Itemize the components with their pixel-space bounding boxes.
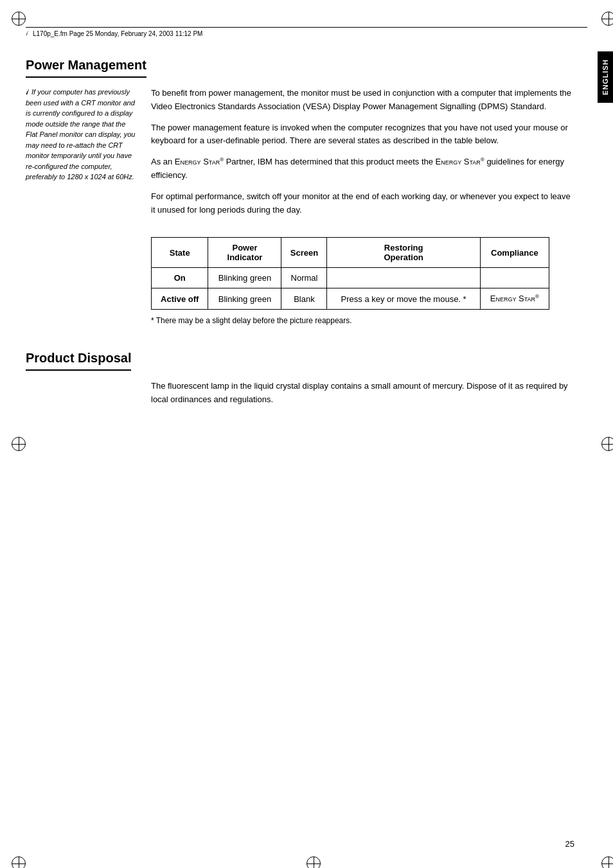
file-path-bar: 𝑖 L170p_E.fm Page 25 Monday, February 24… (26, 27, 587, 37)
table-row-active-off: Active off Blinking green Blank Press a … (152, 288, 549, 309)
section-product-disposal: Product Disposal The fluorescent lamp in… (26, 351, 574, 414)
table: State PowerIndicator Screen RestoringOpe… (151, 237, 549, 309)
section-power-management: Power Management 𝑖 If your computer has … (26, 58, 574, 325)
row-active-off-power-indicator: Blinking green (208, 288, 281, 309)
section-title-product-disposal: Product Disposal (26, 351, 131, 371)
col-header-screen: Screen (281, 238, 327, 268)
energy-star-ref1: Energy Star (175, 157, 220, 166)
sidebar-note: 𝑖 If your computer has previously been u… (26, 87, 138, 224)
italic-i-icon: 𝑖 (26, 30, 28, 37)
energy-star-ref2: Energy Star (436, 157, 481, 166)
section-title-power-management: Power Management (26, 58, 147, 78)
col-header-power-indicator: PowerIndicator (208, 238, 281, 268)
row-on-restoring (327, 268, 480, 288)
row-active-off-restoring: Press a key or move the mouse. * (327, 288, 480, 309)
note-icon: 𝑖 (26, 88, 28, 96)
page-number: 25 (565, 839, 574, 849)
row-on-state: On (152, 268, 208, 288)
paragraph-2: The power management feature is invoked … (151, 121, 574, 148)
row-active-off-compliance: Energy Star® (480, 288, 549, 309)
row-on-screen: Normal (281, 268, 327, 288)
row-active-off-state: Active off (152, 288, 208, 309)
table-row-on: On Blinking green Normal (152, 268, 549, 288)
col-header-restoring: RestoringOperation (327, 238, 480, 268)
paragraph-4: For optimal performance, switch off your… (151, 190, 574, 217)
sidebar-note-text: If your computer has previously been use… (26, 88, 135, 181)
col-header-compliance: Compliance (480, 238, 549, 268)
row-on-power-indicator: Blinking green (208, 268, 281, 288)
paragraph-3: As an Energy Star® Partner, IBM has dete… (151, 155, 574, 182)
product-disposal-text: The fluorescent lamp in the liquid cryst… (151, 380, 574, 407)
section2-text: The fluorescent lamp in the liquid cryst… (151, 380, 574, 414)
main-text-power-management: To benefit from power management, the mo… (151, 87, 574, 224)
row-on-compliance (480, 268, 549, 288)
language-tab: ENGLISH (598, 51, 613, 103)
col-header-state: State (152, 238, 208, 268)
paragraph-1: To benefit from power management, the mo… (151, 87, 574, 114)
file-path-text: L170p_E.fm Page 25 Monday, February 24, … (33, 30, 202, 37)
section2-spacer (26, 380, 138, 414)
row-active-off-screen: Blank (281, 288, 327, 309)
table-footnote: * There may be a slight delay before the… (151, 316, 574, 325)
power-management-table: State PowerIndicator Screen RestoringOpe… (151, 237, 574, 309)
